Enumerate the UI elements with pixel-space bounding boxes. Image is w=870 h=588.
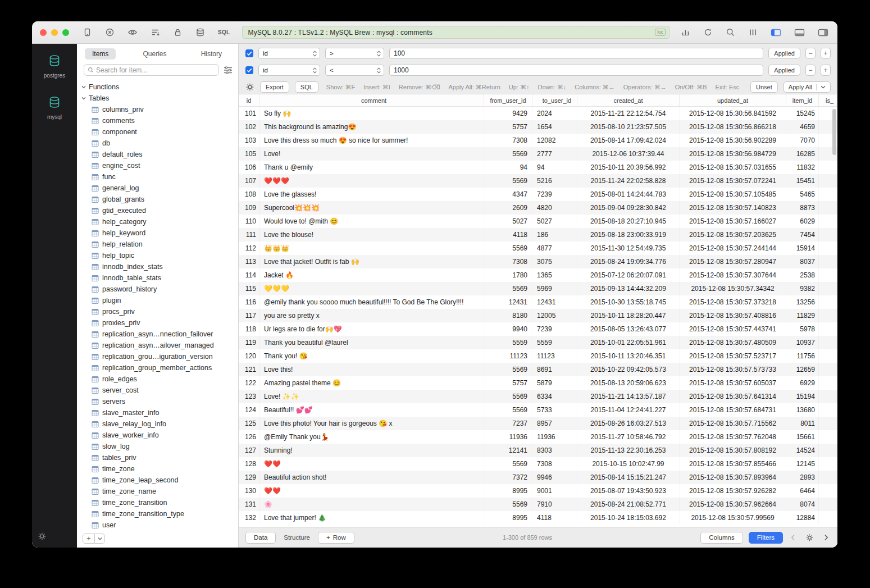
table-row[interactable]: 120Thank you! 😘11123111232015-10-11 13:2… bbox=[239, 349, 837, 363]
previous-page-button[interactable] bbox=[789, 534, 798, 541]
cell-item_id[interactable]: 8873 bbox=[786, 201, 819, 215]
cell-updated_at[interactable]: 2015-12-08 15:30:57.573733 bbox=[680, 363, 786, 376]
table-row[interactable]: 123Love! ✨✨556963342015-11-21 14:13:57.1… bbox=[239, 390, 837, 403]
table-row[interactable]: 109Supercool💥💥💥260948202015-09-04 09:28:… bbox=[239, 201, 837, 215]
cell-updated_at[interactable]: 2015-12-08 15:30:57.684731 bbox=[680, 403, 786, 417]
cell-comment[interactable]: Stunning! bbox=[259, 444, 484, 457]
sidebar-item-slave_worker_info[interactable]: slave_worker_info bbox=[77, 430, 238, 441]
cell-created_at[interactable]: 2015-10-15 10:02:47.99 bbox=[577, 457, 680, 471]
disconnect-icon[interactable] bbox=[105, 28, 115, 37]
cell-is_[interactable] bbox=[819, 484, 837, 498]
cell-is_[interactable] bbox=[819, 498, 837, 511]
sidebar-item-func[interactable]: func bbox=[77, 171, 238, 183]
cell-updated_at[interactable]: 2015-12-08 15:30:56.866218 bbox=[680, 120, 786, 134]
cell-comment[interactable]: Love the blouse! bbox=[259, 228, 484, 241]
cell-updated_at[interactable]: 2015-12-08 15:30:57.605037 bbox=[680, 376, 786, 390]
sidebar-item-columns_priv[interactable]: columns_priv bbox=[77, 104, 238, 115]
column-header-created_at[interactable]: created_at bbox=[577, 94, 680, 106]
sidebar-item-slave_relay_log_info[interactable]: slave_relay_log_info bbox=[77, 418, 238, 430]
table-row[interactable]: 103Love this dress so much 😍 so nice for… bbox=[239, 134, 837, 147]
table-row[interactable]: 122Amazing pastel theme 😊575758792015-08… bbox=[239, 376, 837, 390]
cell-id[interactable]: 117 bbox=[239, 309, 259, 322]
cell-item_id[interactable]: 15194 bbox=[786, 390, 819, 403]
table-row[interactable]: 105Love!556927772015-12-06 10:37:39.4420… bbox=[239, 147, 837, 161]
cell-comment[interactable]: 🌸 bbox=[259, 498, 484, 511]
cell-from_user_id[interactable]: 5757 bbox=[484, 120, 532, 134]
cell-updated_at[interactable]: 2015-12-08 15:30:57.244144 bbox=[680, 241, 786, 255]
add-filter-button[interactable]: + bbox=[821, 48, 831, 59]
cell-comment[interactable]: This background is amazing😍 bbox=[259, 120, 484, 134]
sort-list-icon[interactable] bbox=[151, 28, 160, 37]
cell-is_[interactable] bbox=[819, 390, 837, 403]
unset-button[interactable]: Unset bbox=[750, 81, 778, 93]
cell-from_user_id[interactable]: 4347 bbox=[484, 188, 532, 201]
table-row[interactable]: 114Jacket 🔥178013652015-07-12 06:20:07.0… bbox=[239, 268, 837, 282]
cell-id[interactable]: 122 bbox=[239, 376, 259, 390]
sidebar-item-db[interactable]: db bbox=[77, 138, 238, 149]
remove-filter-button[interactable]: − bbox=[805, 48, 816, 59]
cell-item_id[interactable]: 13256 bbox=[786, 295, 819, 309]
cell-to_user_id[interactable]: 2777 bbox=[532, 147, 577, 161]
cell-updated_at[interactable]: 2015-12-08 15:30:57.34342 bbox=[680, 282, 786, 295]
cell-id[interactable]: 123 bbox=[239, 390, 259, 403]
cell-id[interactable]: 131 bbox=[239, 498, 259, 511]
cell-from_user_id[interactable]: 7308 bbox=[484, 255, 532, 268]
cell-to_user_id[interactable]: 12005 bbox=[532, 309, 577, 322]
cell-item_id[interactable]: 11756 bbox=[786, 349, 819, 363]
table-row[interactable]: 115💛💛💛556959692015-09-13 14:44:32.209201… bbox=[239, 282, 837, 295]
cell-item_id[interactable]: 12659 bbox=[786, 363, 819, 376]
table-row[interactable]: 108Love the glasses!434772392015-08-01 1… bbox=[239, 188, 837, 201]
cell-item_id[interactable]: 7454 bbox=[786, 228, 819, 241]
cell-comment[interactable]: @Emily Thank you💃 bbox=[259, 430, 484, 444]
table-row[interactable]: 117you are so pretty x8180120052015-10-1… bbox=[239, 309, 837, 322]
cell-comment[interactable]: Thank u @emily bbox=[259, 161, 484, 174]
cell-item_id[interactable]: 5465 bbox=[786, 188, 819, 201]
column-header-item_id[interactable]: item_id bbox=[786, 94, 819, 106]
cell-comment[interactable]: Thank you beautiful @laurel bbox=[259, 336, 484, 349]
table-row[interactable]: 125Love this photo! Your hair is gorgeou… bbox=[239, 417, 837, 430]
cell-from_user_id[interactable]: 5569 bbox=[484, 390, 532, 403]
tab-history[interactable]: History bbox=[194, 48, 229, 60]
cell-is_[interactable] bbox=[819, 511, 837, 525]
tab-queries[interactable]: Queries bbox=[135, 48, 174, 60]
cell-id[interactable]: 110 bbox=[239, 215, 259, 228]
cell-to_user_id[interactable]: 3075 bbox=[532, 255, 577, 268]
cell-updated_at[interactable]: 2015-12-08 15:30:57.893964 bbox=[680, 471, 786, 484]
cell-updated_at[interactable]: 2015-12-08 15:30:57.641314 bbox=[680, 390, 786, 403]
cell-from_user_id[interactable]: 5559 bbox=[484, 336, 532, 349]
cell-item_id[interactable]: 15661 bbox=[786, 430, 819, 444]
tree-section-tables[interactable]: Tables bbox=[77, 93, 238, 104]
eye-icon[interactable] bbox=[127, 28, 138, 37]
database-toolbar-icon[interactable] bbox=[195, 28, 205, 37]
cell-from_user_id[interactable]: 5569 bbox=[484, 403, 532, 417]
cell-created_at[interactable]: 2015-08-13 20:59:06.623 bbox=[577, 376, 680, 390]
cell-from_user_id[interactable]: 5569 bbox=[484, 282, 532, 295]
cell-from_user_id[interactable]: 5027 bbox=[484, 215, 532, 228]
cell-to_user_id[interactable]: 12082 bbox=[532, 134, 577, 147]
cell-to_user_id[interactable]: 4820 bbox=[532, 201, 577, 215]
sidebar-item-engine_cost[interactable]: engine_cost bbox=[77, 160, 238, 171]
sidebar-item-replication_asyn…nnection_failover[interactable]: replication_asyn…nnection_failover bbox=[77, 329, 238, 340]
cell-from_user_id[interactable]: 5569 bbox=[484, 241, 532, 255]
cell-id[interactable]: 127 bbox=[239, 444, 259, 457]
cell-from_user_id[interactable]: 5569 bbox=[484, 498, 532, 511]
export-button[interactable]: Export bbox=[260, 81, 289, 93]
cell-created_at[interactable]: 2015-11-30 12:54:49.735 bbox=[577, 241, 680, 255]
table-row[interactable]: 102This background is amazing😍5757165420… bbox=[239, 120, 837, 134]
cell-item_id[interactable]: 2893 bbox=[786, 471, 819, 484]
cell-from_user_id[interactable]: 94 bbox=[484, 161, 532, 174]
cell-is_[interactable] bbox=[819, 268, 837, 282]
cell-updated_at[interactable]: 2015-12-08 15:30:56.841592 bbox=[680, 107, 786, 120]
cell-id[interactable]: 111 bbox=[239, 228, 259, 241]
lock-icon[interactable] bbox=[173, 28, 183, 37]
cell-comment[interactable]: Love this! bbox=[259, 363, 484, 376]
filter-operator-select[interactable]: < bbox=[325, 65, 384, 76]
cell-to_user_id[interactable]: 5027 bbox=[532, 215, 577, 228]
cell-item_id[interactable]: 15914 bbox=[786, 241, 819, 255]
cell-updated_at[interactable]: 2015-12-08 15:30:57.105485 bbox=[680, 188, 786, 201]
page-settings-gear-icon[interactable] bbox=[803, 534, 816, 542]
cell-to_user_id[interactable]: 5733 bbox=[532, 403, 577, 417]
cell-from_user_id[interactable]: 5569 bbox=[484, 174, 532, 188]
sidebar-item-default_roles[interactable]: default_roles bbox=[77, 149, 238, 160]
cell-updated_at[interactable]: 2015-12-08 15:30:57.203625 bbox=[680, 228, 786, 241]
